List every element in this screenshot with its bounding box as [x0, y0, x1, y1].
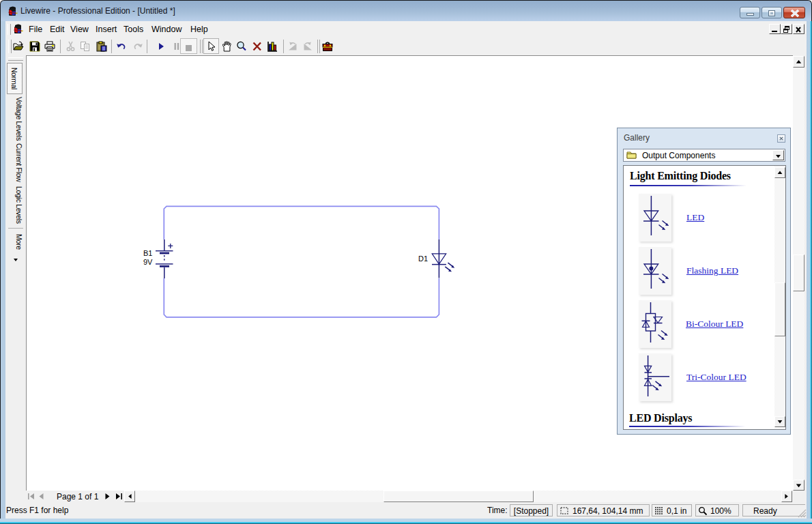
- svg-text:9V: 9V: [143, 258, 153, 266]
- svg-text:B1: B1: [143, 249, 152, 257]
- svg-text:D1: D1: [418, 254, 428, 263]
